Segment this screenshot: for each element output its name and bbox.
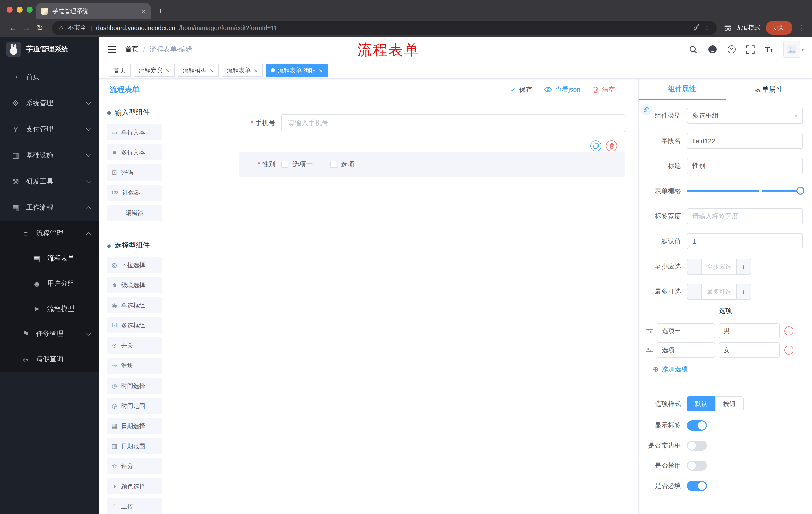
browser-tab[interactable]: 芋道管理系统 × xyxy=(36,3,151,19)
tag-home[interactable]: 首页 xyxy=(109,64,130,77)
help-icon[interactable]: ? xyxy=(727,45,735,53)
sidebar-item-workflow[interactable]: ▦ 工作流程 xyxy=(0,195,99,221)
close-window-button[interactable] xyxy=(6,6,12,12)
checkbox-option-2[interactable]: 选项二 xyxy=(330,160,361,169)
minimize-window-button[interactable] xyxy=(17,6,23,12)
min-select-input[interactable]: 至少应选 xyxy=(702,259,736,274)
fullscreen-icon[interactable] xyxy=(746,45,754,54)
tag-process-form-edit[interactable]: 流程表单-编辑 × xyxy=(266,64,328,77)
view-json-button[interactable]: 查看json xyxy=(544,85,580,94)
sidebar-item-user-group[interactable]: ☻ 用户分组 xyxy=(0,271,99,296)
sidebar-item-payment[interactable]: ¥ 支付管理 xyxy=(0,116,99,142)
increase-button[interactable]: + xyxy=(736,284,751,299)
browser-menu-icon[interactable]: ⋮ xyxy=(798,23,805,32)
palette-item-slider[interactable]: ⊸ 滑块 xyxy=(107,358,162,374)
remove-option-button[interactable]: − xyxy=(784,346,793,355)
forward-icon[interactable]: → xyxy=(20,23,33,32)
hamburger-icon[interactable] xyxy=(108,46,116,53)
update-button[interactable]: 更新 xyxy=(766,21,792,35)
save-button[interactable]: ✓ 保存 xyxy=(510,85,532,94)
bookmark-star-icon[interactable]: ☆ xyxy=(704,24,710,32)
field-name-input[interactable]: field122 xyxy=(687,133,803,149)
palette-item-radio-group[interactable]: ◉ 单选框组 xyxy=(107,297,162,313)
tab-form-props[interactable]: 表单属性 xyxy=(725,79,812,100)
zoom-window-button[interactable] xyxy=(27,6,33,12)
border-toggle[interactable] xyxy=(687,440,707,451)
close-icon[interactable]: × xyxy=(166,67,170,74)
github-icon[interactable] xyxy=(708,45,717,54)
palette-item-editor[interactable]: 编辑器 xyxy=(107,205,162,221)
label-width-input[interactable]: 请输入标签宽度 xyxy=(687,208,803,224)
max-select-input[interactable]: 最多可选 xyxy=(702,284,736,299)
component-type-select[interactable]: 多选框组 ▾ xyxy=(687,108,803,124)
close-icon[interactable]: × xyxy=(254,67,258,74)
drag-handle-icon[interactable] xyxy=(646,328,653,334)
new-tab-button[interactable]: + xyxy=(158,6,163,16)
link-icon[interactable] xyxy=(641,104,652,115)
phone-input[interactable]: 请输入手机号 xyxy=(281,114,625,132)
password-key-icon[interactable] xyxy=(693,24,700,32)
drag-handle-icon[interactable] xyxy=(646,347,653,353)
palette-item-single-line-text[interactable]: ▭ 单行文本 xyxy=(107,124,162,140)
palette-item-rate[interactable]: ☆ 评分 xyxy=(107,458,162,474)
decrease-button[interactable]: − xyxy=(687,259,702,274)
search-icon[interactable] xyxy=(689,45,697,54)
sidebar-item-leave-query[interactable]: ☺ 请假查询 xyxy=(0,347,99,372)
tab-close-icon[interactable]: × xyxy=(142,7,146,15)
add-option-button[interactable]: ⊕ 添加选项 xyxy=(653,364,812,374)
palette-item-cascader[interactable]: ⋔ 级联选择 xyxy=(107,277,162,293)
back-icon[interactable]: ← xyxy=(6,23,20,32)
increase-button[interactable]: + xyxy=(736,259,751,274)
user-menu[interactable]: ▾ xyxy=(783,41,804,58)
palette-item-password[interactable]: ⊡ 密码 xyxy=(107,164,162,181)
breadcrumb-home[interactable]: 首页 xyxy=(125,45,139,54)
palette-item-date-picker[interactable]: ▦ 日期选择 xyxy=(107,418,162,434)
close-icon[interactable]: × xyxy=(210,67,213,74)
palette-item-upload[interactable]: ⇧ 上传 xyxy=(107,498,162,514)
sidebar-item-rd-tools[interactable]: ⚒ 研发工具 xyxy=(0,168,99,195)
sidebar-item-process-management[interactable]: ≡ 流程管理 xyxy=(0,221,99,246)
reload-icon[interactable]: ↻ xyxy=(33,23,47,33)
sidebar-item-task-management[interactable]: ⚑ 任务管理 xyxy=(0,321,99,347)
palette-item-checkbox-group[interactable]: ☑ 多选框组 xyxy=(107,317,162,333)
style-button-button[interactable]: 按钮 xyxy=(715,396,744,411)
option-name-input[interactable]: 选项一 xyxy=(657,323,715,339)
show-label-toggle[interactable] xyxy=(687,421,707,431)
sidebar-item-infrastructure[interactable]: ▥ 基础设施 xyxy=(0,142,99,168)
font-size-icon[interactable]: TT xyxy=(765,46,773,53)
palette-item-select[interactable]: ◎ 下拉选择 xyxy=(107,257,162,273)
form-grid-slider[interactable] xyxy=(687,183,803,199)
style-default-button[interactable]: 默认 xyxy=(687,396,715,411)
required-toggle[interactable] xyxy=(687,481,707,491)
option-value-input[interactable]: 男 xyxy=(719,323,780,339)
checkbox-option-1[interactable]: 选项一 xyxy=(281,160,313,169)
remove-option-button[interactable]: − xyxy=(784,326,793,335)
option-value-input[interactable]: 女 xyxy=(719,343,780,358)
palette-item-date-range[interactable]: ▥ 日期范围 xyxy=(107,438,162,454)
palette-item-time-range[interactable]: ◶ 时间范围 xyxy=(107,398,162,414)
url-bar[interactable]: ⚠ 不安全 | dashboard.yudao.iocoder.cn /bpm/… xyxy=(52,21,717,35)
delete-field-button[interactable] xyxy=(606,140,617,152)
palette-item-color-picker[interactable]: ◑ 颜色选择 xyxy=(107,478,162,494)
tag-process-definition[interactable]: 流程定义 × xyxy=(134,64,175,77)
default-value-input[interactable]: 1 xyxy=(687,233,803,249)
palette-item-time-picker[interactable]: ◷ 时间选择 xyxy=(107,378,162,394)
copy-field-button[interactable] xyxy=(590,140,602,152)
palette-item-textarea[interactable]: ≡ 多行文本 xyxy=(107,144,162,160)
close-icon[interactable]: × xyxy=(319,67,323,74)
tag-process-form[interactable]: 流程表单 × xyxy=(222,64,263,77)
clear-button[interactable]: 清空 xyxy=(592,85,615,94)
slider-handle[interactable] xyxy=(796,187,805,195)
sidebar-item-process-model[interactable]: ➤ 流程模型 xyxy=(0,296,99,321)
sidebar-item-home[interactable]: ◔ 首页 xyxy=(0,64,99,90)
sidebar-item-system[interactable]: ⚙ 系统管理 xyxy=(0,90,99,116)
sidebar-item-process-form[interactable]: ▤ 流程表单 xyxy=(0,246,99,271)
canvas-field-phone[interactable]: 手机号 请输入手机号 xyxy=(239,114,625,132)
disabled-toggle[interactable] xyxy=(687,461,707,471)
palette-item-counter[interactable]: 123 计数器 xyxy=(107,185,162,201)
tab-component-props[interactable]: 组件属性 xyxy=(639,79,725,100)
decrease-button[interactable]: − xyxy=(687,284,702,299)
option-name-input[interactable]: 选项二 xyxy=(657,343,715,358)
tag-process-model[interactable]: 流程模型 × xyxy=(178,64,219,77)
title-input[interactable]: 性别 xyxy=(687,158,803,174)
